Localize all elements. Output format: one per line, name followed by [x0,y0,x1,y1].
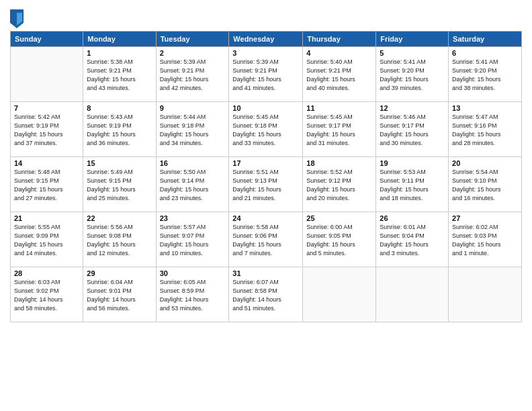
day-number: 4 [306,49,372,57]
day-number: 23 [160,214,226,222]
day-info: Sunrise: 5:40 AM Sunset: 9:21 PM Dayligh… [306,58,372,93]
day-number: 31 [232,269,299,277]
day-number: 6 [452,49,518,57]
day-info: Sunrise: 6:03 AM Sunset: 9:02 PM Dayligh… [14,278,79,313]
day-number: 30 [160,269,226,277]
day-info: Sunrise: 6:04 AM Sunset: 9:01 PM Dayligh… [87,278,152,313]
calendar-day-cell: 23Sunrise: 5:57 AM Sunset: 9:07 PM Dayli… [156,212,229,267]
day-number: 19 [380,159,445,167]
calendar-day-cell: 4Sunrise: 5:40 AM Sunset: 9:21 PM Daylig… [303,47,376,102]
day-info: Sunrise: 5:39 AM Sunset: 9:21 PM Dayligh… [160,58,226,93]
day-number: 9 [160,104,226,112]
calendar-day-cell: 2Sunrise: 5:39 AM Sunset: 9:21 PM Daylig… [156,47,229,102]
day-number: 7 [14,104,79,112]
day-info: Sunrise: 5:44 AM Sunset: 9:18 PM Dayligh… [160,113,226,148]
calendar-day-cell: 19Sunrise: 5:53 AM Sunset: 9:11 PM Dayli… [376,157,449,212]
day-number: 21 [14,214,79,222]
calendar-day-cell: 9Sunrise: 5:44 AM Sunset: 9:18 PM Daylig… [156,102,229,157]
day-number: 16 [160,159,226,167]
day-number: 15 [87,159,152,167]
calendar-header-monday: Monday [83,32,156,47]
day-info: Sunrise: 5:51 AM Sunset: 9:13 PM Dayligh… [232,168,299,203]
calendar-day-cell: 21Sunrise: 5:55 AM Sunset: 9:09 PM Dayli… [11,212,83,267]
day-info: Sunrise: 5:41 AM Sunset: 9:20 PM Dayligh… [380,58,445,93]
day-number: 14 [14,159,79,167]
calendar-day-cell: 12Sunrise: 5:46 AM Sunset: 9:17 PM Dayli… [376,102,449,157]
day-number: 13 [452,104,518,112]
day-number: 1 [87,49,152,57]
calendar-header-row: SundayMondayTuesdayWednesdayThursdayFrid… [11,32,522,47]
calendar-day-cell: 24Sunrise: 5:58 AM Sunset: 9:06 PM Dayli… [229,212,303,267]
calendar-day-cell: 3Sunrise: 5:39 AM Sunset: 9:21 PM Daylig… [229,47,303,102]
calendar-day-cell: 25Sunrise: 6:00 AM Sunset: 9:05 PM Dayli… [303,212,376,267]
day-info: Sunrise: 5:48 AM Sunset: 9:15 PM Dayligh… [14,168,79,203]
day-number: 20 [452,159,518,167]
day-number: 27 [452,214,518,222]
day-info: Sunrise: 6:01 AM Sunset: 9:04 PM Dayligh… [380,223,445,258]
calendar-header-sunday: Sunday [11,32,83,47]
day-info: Sunrise: 5:43 AM Sunset: 9:19 PM Dayligh… [87,113,152,148]
day-info: Sunrise: 5:52 AM Sunset: 9:12 PM Dayligh… [306,168,372,203]
calendar-day-cell: 8Sunrise: 5:43 AM Sunset: 9:19 PM Daylig… [83,102,156,157]
calendar-week-row: 7Sunrise: 5:42 AM Sunset: 9:19 PM Daylig… [11,102,522,157]
day-number: 24 [232,214,299,222]
page-container: SundayMondayTuesdayWednesdayThursdayFrid… [0,0,532,329]
calendar-day-cell: 11Sunrise: 5:45 AM Sunset: 9:17 PM Dayli… [303,102,376,157]
day-info: Sunrise: 5:53 AM Sunset: 9:11 PM Dayligh… [380,168,445,203]
day-info: Sunrise: 6:05 AM Sunset: 8:59 PM Dayligh… [160,278,226,313]
day-number: 25 [306,214,372,222]
day-number: 12 [380,104,445,112]
day-info: Sunrise: 5:58 AM Sunset: 9:06 PM Dayligh… [232,223,299,258]
calendar-day-cell: 27Sunrise: 6:02 AM Sunset: 9:03 PM Dayli… [449,212,522,267]
day-number: 5 [380,49,445,57]
day-info: Sunrise: 5:41 AM Sunset: 9:20 PM Dayligh… [452,58,518,93]
day-number: 28 [14,269,79,277]
day-number: 8 [87,104,152,112]
calendar-day-cell: 5Sunrise: 5:41 AM Sunset: 9:20 PM Daylig… [376,47,449,102]
day-number: 22 [87,214,152,222]
calendar-day-cell: 17Sunrise: 5:51 AM Sunset: 9:13 PM Dayli… [229,157,303,212]
day-info: Sunrise: 5:50 AM Sunset: 9:14 PM Dayligh… [160,168,226,203]
calendar-day-cell: 30Sunrise: 6:05 AM Sunset: 8:59 PM Dayli… [156,267,229,322]
calendar-week-row: 14Sunrise: 5:48 AM Sunset: 9:15 PM Dayli… [11,157,522,212]
day-info: Sunrise: 6:07 AM Sunset: 8:58 PM Dayligh… [232,278,299,313]
calendar-day-cell: 22Sunrise: 5:56 AM Sunset: 9:08 PM Dayli… [83,212,156,267]
day-info: Sunrise: 5:56 AM Sunset: 9:08 PM Dayligh… [87,223,152,258]
calendar-day-cell: 13Sunrise: 5:47 AM Sunset: 9:16 PM Dayli… [449,102,522,157]
calendar-day-cell [11,47,83,102]
calendar-header-friday: Friday [376,32,449,47]
day-number: 11 [306,104,372,112]
calendar-day-cell: 18Sunrise: 5:52 AM Sunset: 9:12 PM Dayli… [303,157,376,212]
day-info: Sunrise: 6:00 AM Sunset: 9:05 PM Dayligh… [306,223,372,258]
calendar-header-tuesday: Tuesday [156,32,229,47]
calendar-day-cell [303,267,376,322]
day-number: 18 [306,159,372,167]
day-number: 3 [232,49,299,57]
calendar-week-row: 1Sunrise: 5:38 AM Sunset: 9:21 PM Daylig… [11,47,522,102]
day-info: Sunrise: 5:57 AM Sunset: 9:07 PM Dayligh… [160,223,226,258]
calendar-table: SundayMondayTuesdayWednesdayThursdayFrid… [10,31,522,322]
calendar-day-cell: 20Sunrise: 5:54 AM Sunset: 9:10 PM Dayli… [449,157,522,212]
day-info: Sunrise: 6:02 AM Sunset: 9:03 PM Dayligh… [452,223,518,258]
calendar-day-cell: 15Sunrise: 5:49 AM Sunset: 9:15 PM Dayli… [83,157,156,212]
day-info: Sunrise: 5:49 AM Sunset: 9:15 PM Dayligh… [87,168,152,203]
calendar-day-cell: 6Sunrise: 5:41 AM Sunset: 9:20 PM Daylig… [449,47,522,102]
calendar-day-cell: 16Sunrise: 5:50 AM Sunset: 9:14 PM Dayli… [156,157,229,212]
calendar-day-cell: 1Sunrise: 5:38 AM Sunset: 9:21 PM Daylig… [83,47,156,102]
day-number: 10 [232,104,299,112]
day-number: 17 [232,159,299,167]
calendar-day-cell: 7Sunrise: 5:42 AM Sunset: 9:19 PM Daylig… [11,102,83,157]
day-number: 2 [160,49,226,57]
calendar-day-cell: 26Sunrise: 6:01 AM Sunset: 9:04 PM Dayli… [376,212,449,267]
day-info: Sunrise: 5:46 AM Sunset: 9:17 PM Dayligh… [380,113,445,148]
logo-icon [10,9,24,28]
day-info: Sunrise: 5:47 AM Sunset: 9:16 PM Dayligh… [452,113,518,148]
day-info: Sunrise: 5:55 AM Sunset: 9:09 PM Dayligh… [14,223,79,258]
logo [10,9,25,28]
calendar-day-cell: 31Sunrise: 6:07 AM Sunset: 8:58 PM Dayli… [229,267,303,322]
calendar-week-row: 28Sunrise: 6:03 AM Sunset: 9:02 PM Dayli… [11,267,522,322]
day-info: Sunrise: 5:45 AM Sunset: 9:17 PM Dayligh… [306,113,372,148]
calendar-header-saturday: Saturday [449,32,522,47]
day-info: Sunrise: 5:45 AM Sunset: 9:18 PM Dayligh… [232,113,299,148]
calendar-header-wednesday: Wednesday [229,32,303,47]
